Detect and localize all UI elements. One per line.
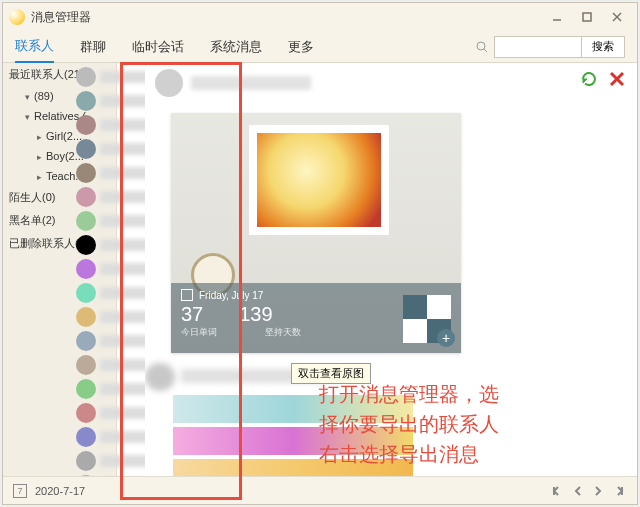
main-body: 最近联系人(210) ▾(89) ▾Relatives.(... ▸Girl(2…	[3, 63, 637, 476]
painting-frame	[249, 125, 389, 235]
avatar	[76, 283, 96, 303]
app-icon	[9, 9, 25, 25]
avatar	[76, 67, 96, 87]
image-overlay: Friday, July 17 37139 今日单词坚持天数	[171, 283, 461, 353]
search-area: 搜索	[474, 36, 625, 58]
chat-tools	[579, 69, 627, 89]
chevron-down-icon: ▾	[25, 92, 31, 102]
window-controls	[543, 7, 631, 27]
calendar-icon	[181, 289, 193, 301]
chat-contact-name	[191, 76, 311, 90]
svg-point-4	[477, 42, 485, 50]
chat-image[interactable]: Friday, July 17 37139 今日单词坚持天数 +	[171, 113, 461, 353]
chat-avatar	[155, 69, 183, 97]
footer: 7 2020-7-17	[3, 476, 637, 504]
overlay-stat1: 37	[181, 303, 203, 326]
chevron-down-icon: ▾	[25, 112, 31, 122]
search-input[interactable]	[494, 36, 582, 58]
tab-more[interactable]: 更多	[288, 32, 314, 62]
maximize-button[interactable]	[573, 7, 601, 27]
avatar	[76, 163, 96, 183]
chat-panel: Friday, July 17 37139 今日单词坚持天数 + 双击查看原图 …	[145, 63, 637, 476]
image-tooltip: 双击查看原图	[291, 363, 371, 384]
overlay-stat2: 139	[239, 303, 272, 326]
delete-icon[interactable]	[607, 69, 627, 89]
tab-system[interactable]: 系统消息	[210, 32, 262, 62]
avatar	[76, 451, 96, 471]
avatar	[76, 307, 96, 327]
chevron-right-icon: ▸	[37, 172, 43, 182]
overlay-date: Friday, July 17	[199, 290, 263, 301]
chevron-right-icon: ▸	[37, 132, 43, 142]
footer-date: 2020-7-17	[35, 485, 549, 497]
avatar	[76, 235, 96, 255]
last-page-button[interactable]	[609, 482, 627, 500]
tab-groups[interactable]: 群聊	[80, 32, 106, 62]
overlay-sub1: 今日单词	[181, 326, 217, 339]
avatar	[76, 379, 96, 399]
prev-page-button[interactable]	[569, 482, 587, 500]
chevron-right-icon: ▸	[37, 152, 43, 162]
annotation-line: 择你要导出的联系人	[319, 409, 559, 439]
category-tabs: 联系人 群聊 临时会话 系统消息 更多 搜索	[3, 31, 637, 63]
search-button[interactable]: 搜索	[582, 36, 625, 58]
avatar	[76, 91, 96, 111]
contact-list	[117, 63, 145, 476]
avatar	[76, 115, 96, 135]
titlebar[interactable]: 消息管理器	[3, 3, 637, 31]
svg-line-5	[484, 49, 487, 52]
avatar	[76, 427, 96, 447]
close-button[interactable]	[603, 7, 631, 27]
first-page-button[interactable]	[549, 482, 567, 500]
avatar	[76, 259, 96, 279]
calendar-icon[interactable]: 7	[13, 484, 27, 498]
search-icon	[474, 39, 490, 55]
avatar	[76, 187, 96, 207]
window-title: 消息管理器	[31, 9, 543, 26]
avatar	[76, 403, 96, 423]
app-window: 消息管理器 联系人 群聊 临时会话 系统消息 更多 搜索 最近联系人(210) …	[2, 2, 638, 505]
page-nav	[549, 482, 627, 500]
next-page-button[interactable]	[589, 482, 607, 500]
avatar	[76, 211, 96, 231]
chat-header	[145, 63, 637, 103]
avatar	[76, 355, 96, 375]
tutorial-annotation: 打开消息管理器，选 择你要导出的联系人 右击选择导出消息	[319, 379, 559, 469]
tab-contacts[interactable]: 联系人	[15, 31, 54, 63]
sidebar-group-label: (89)	[34, 90, 54, 102]
avatar	[76, 331, 96, 351]
annotation-line: 右击选择导出消息	[319, 439, 559, 469]
avatar	[76, 139, 96, 159]
add-icon[interactable]: +	[437, 329, 455, 347]
minimize-button[interactable]	[543, 7, 571, 27]
overlay-sub2: 坚持天数	[265, 326, 301, 339]
tab-temp[interactable]: 临时会话	[132, 32, 184, 62]
svg-rect-1	[583, 13, 591, 21]
refresh-icon[interactable]	[579, 69, 599, 89]
